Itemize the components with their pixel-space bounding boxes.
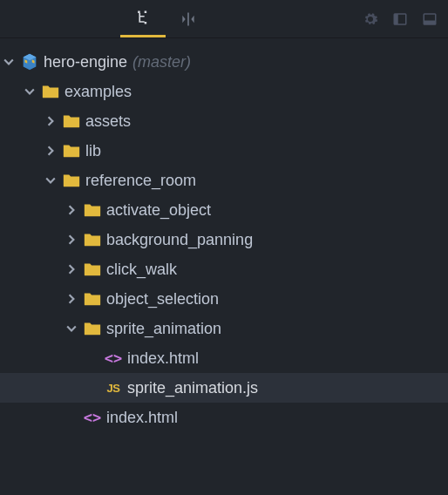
folder-label: sprite_animation <box>105 320 221 338</box>
project-root-icon <box>17 52 42 71</box>
folder-click-walk[interactable]: click_walk <box>0 254 448 284</box>
toolbar-actions <box>361 10 448 29</box>
chevron-down-icon <box>0 57 17 67</box>
chevron-right-icon <box>63 264 80 275</box>
chevron-down-icon <box>42 175 59 186</box>
chevron-right-icon <box>63 234 80 245</box>
folder-icon <box>80 230 105 249</box>
folder-examples[interactable]: examples <box>0 77 448 106</box>
chevron-right-icon <box>42 116 59 126</box>
focus-selection-icon <box>180 10 197 28</box>
git-branch: (master) <box>127 53 191 71</box>
folder-icon <box>59 141 84 160</box>
file-tree: hero-engine (master) examples assets <box>0 38 448 432</box>
svg-rect-1 <box>394 14 398 24</box>
folder-icon <box>80 289 105 309</box>
folder-label: object_selection <box>105 290 219 309</box>
file-index-html-ref[interactable]: <> index.html <box>0 403 448 432</box>
js-file-icon: JS <box>101 382 126 395</box>
chevron-right-icon <box>63 294 80 304</box>
folder-label: assets <box>84 112 131 131</box>
html-file-icon: <> <box>80 409 105 426</box>
html-file-icon: <> <box>101 349 126 367</box>
file-label: index.html <box>126 349 199 368</box>
folder-background-panning[interactable]: background_panning <box>0 225 448 254</box>
folder-label: lib <box>84 142 101 160</box>
folder-label: activate_object <box>105 201 211 220</box>
tab-focus[interactable] <box>166 0 211 37</box>
folder-icon <box>59 112 84 131</box>
folder-sprite-animation[interactable]: sprite_animation <box>0 314 448 343</box>
sidebar-toolbar <box>0 0 448 38</box>
folder-icon <box>80 200 105 220</box>
tree-structure-icon <box>134 9 152 26</box>
toggle-left-panel-icon <box>392 11 408 27</box>
folder-lib[interactable]: lib <box>0 136 448 166</box>
project-name: hero-engine <box>42 53 127 71</box>
folder-open-icon <box>80 319 105 338</box>
chevron-right-icon <box>42 146 59 156</box>
toolbar-tabs <box>120 0 211 37</box>
file-label: sprite_animation.js <box>126 379 258 397</box>
folder-label: background_panning <box>105 231 253 249</box>
gear-icon <box>363 11 378 27</box>
tab-file-tree[interactable] <box>120 0 166 37</box>
folder-label: click_walk <box>105 261 177 279</box>
folder-activate-object[interactable]: activate_object <box>0 195 448 225</box>
svg-rect-3 <box>424 20 436 24</box>
chevron-right-icon <box>63 205 80 215</box>
folder-label: reference_room <box>84 172 196 190</box>
chevron-down-icon <box>63 323 80 334</box>
file-sprite-animation-js[interactable]: JS sprite_animation.js <box>0 373 448 403</box>
folder-assets[interactable]: assets <box>0 106 448 136</box>
file-index-html[interactable]: <> index.html <box>0 343 448 373</box>
file-label: index.html <box>105 409 178 427</box>
settings-button[interactable] <box>361 10 380 29</box>
folder-reference-room[interactable]: reference_room <box>0 166 448 195</box>
folder-label: examples <box>63 83 132 101</box>
toggle-bottom-panel-button[interactable] <box>420 10 439 29</box>
toggle-bottom-panel-icon <box>422 11 438 27</box>
folder-object-selection[interactable]: object_selection <box>0 284 448 314</box>
toggle-left-panel-button[interactable] <box>390 10 410 29</box>
folder-icon <box>80 260 105 279</box>
chevron-down-icon <box>21 86 38 97</box>
folder-open-icon <box>59 171 84 190</box>
folder-open-icon <box>38 82 63 101</box>
tree-root[interactable]: hero-engine (master) <box>0 47 448 77</box>
